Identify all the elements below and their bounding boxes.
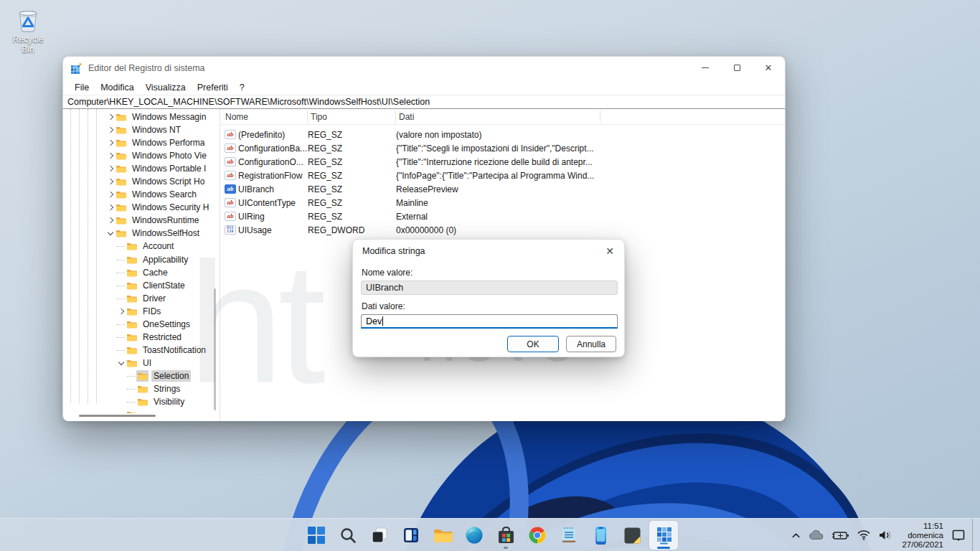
taskbar-file-explorer-icon[interactable]: [428, 521, 457, 550]
value-data-input[interactable]: Dev: [361, 314, 618, 329]
taskbar-notepad-icon[interactable]: [555, 521, 583, 550]
tree-item-windows-nt[interactable]: Windows NT: [63, 123, 220, 136]
chevron-right-icon[interactable]: [105, 176, 116, 187]
tree-item-windows-security-h[interactable]: Windows Security H: [63, 201, 220, 214]
tree-item-onesettings[interactable]: OneSettings: [63, 318, 220, 331]
chevron-right-icon[interactable]: [105, 164, 116, 174]
chevron-down-icon[interactable]: [105, 228, 116, 238]
taskbar-edge-icon[interactable]: [460, 521, 489, 550]
chevron-right-icon[interactable]: [105, 215, 116, 225]
folder-icon: [116, 151, 126, 160]
chevron-down-icon[interactable]: [116, 358, 126, 368]
taskbar-clock[interactable]: 11:51 domenica 27/06/2021: [902, 522, 943, 550]
value-data-text: Dev: [366, 316, 382, 326]
value-row-configurationo[interactable]: abConfigurationO...REG_SZ{"Title":"Inter…: [220, 155, 785, 169]
ok-button[interactable]: OK: [507, 336, 559, 352]
battery-icon[interactable]: [828, 521, 853, 550]
menu-item-visualizza[interactable]: Visualizza: [140, 83, 192, 93]
tree-item-windowsruntime[interactable]: WindowsRuntime: [63, 214, 220, 227]
taskbar-task-view-icon[interactable]: [365, 521, 394, 550]
volume-icon[interactable]: [875, 521, 896, 550]
menu-item-modifica[interactable]: Modifica: [95, 83, 140, 93]
tree-item-item[interactable]: [63, 408, 220, 413]
chevron-right-icon[interactable]: [116, 306, 126, 316]
column-divider[interactable]: [600, 110, 600, 123]
folder-icon: [126, 333, 137, 342]
value-row-configurationba[interactable]: abConfigurationBa...REG_SZ{"Title":"Sceg…: [220, 141, 785, 155]
show-desktop-button[interactable]: [972, 519, 976, 551]
value-name-text: UIBranch: [366, 283, 403, 293]
value-row-registrationflow[interactable]: abRegistrationFlowREG_SZ{"InfoPage":{"Ti…: [220, 169, 785, 182]
folder-icon: [116, 190, 126, 199]
tree-vertical-scrollbar[interactable]: [214, 288, 216, 410]
column-header-dati[interactable]: Dati: [399, 112, 414, 122]
tree-item-windows-photo-vie[interactable]: Windows Photo Vie: [63, 149, 220, 162]
value-type: REG_SZ: [308, 143, 396, 154]
column-header-tipo[interactable]: Tipo: [311, 112, 327, 122]
hidden-icons-chevron-icon[interactable]: [787, 521, 805, 550]
taskbar-chrome-icon[interactable]: [523, 521, 552, 550]
column-header-nome[interactable]: Nome: [225, 112, 248, 122]
tree-item-windowsselfhost[interactable]: WindowsSelfHost: [63, 227, 220, 240]
chevron-right-icon[interactable]: [105, 151, 116, 161]
tree-item-label: Account: [141, 240, 176, 252]
tree-item-toastnotification[interactable]: ToastNotification: [63, 344, 220, 357]
taskbar-widgets-icon[interactable]: [397, 521, 425, 550]
tree-item-restricted[interactable]: Restricted: [63, 331, 220, 344]
minimize-button[interactable]: [689, 57, 721, 79]
menu-item-file[interactable]: File: [69, 83, 95, 93]
taskbar-notes-icon[interactable]: [618, 521, 646, 550]
tree-item-windows-messagin[interactable]: Windows Messagin: [63, 110, 220, 123]
values-header: Nome Tipo Dati: [220, 109, 785, 125]
tree-item-windows-search[interactable]: Windows Search: [63, 188, 220, 201]
notification-chat-icon[interactable]: [948, 521, 969, 550]
tree-item-applicability[interactable]: Applicability: [63, 253, 220, 266]
tree-item-strings[interactable]: Strings: [63, 382, 220, 395]
tree-item-fids[interactable]: FIDs: [63, 305, 220, 318]
chevron-right-icon[interactable]: [105, 125, 116, 135]
tree-item-clientstate[interactable]: ClientState: [63, 279, 220, 292]
tree-item-windows-portable-i[interactable]: Windows Portable I: [63, 162, 220, 175]
tree-item-windows-script-ho[interactable]: Windows Script Ho: [63, 175, 220, 188]
folder-icon: [116, 138, 126, 147]
recycle-bin-desktop-icon[interactable]: Recycle Bin: [6, 7, 50, 55]
address-bar[interactable]: Computer\HKEY_LOCAL_MACHINE\SOFTWARE\Mic…: [63, 95, 785, 109]
taskbar-regedit-icon[interactable]: [649, 521, 678, 550]
chevron-right-icon[interactable]: [105, 138, 116, 148]
column-divider[interactable]: [395, 110, 396, 123]
tree-item-visibility[interactable]: Visibility: [63, 395, 220, 408]
value-data: ReleasePreview: [396, 184, 785, 194]
tree-item-account[interactable]: Account: [63, 240, 220, 253]
title-bar[interactable]: Editor del Registro di sistema ✕: [63, 57, 785, 80]
tree-item-driver[interactable]: Driver: [63, 292, 220, 305]
value-row-uicontenttype[interactable]: abUIContentTypeREG_SZMainline: [220, 196, 785, 209]
menu-item-help[interactable]: ?: [234, 83, 250, 93]
value-type: REG_SZ: [308, 184, 396, 194]
cancel-button[interactable]: Annulla: [566, 336, 616, 352]
tree-item-selection[interactable]: Selection: [63, 369, 220, 382]
dialog-close-icon[interactable]: ✕: [601, 242, 618, 260]
tree-item-ui[interactable]: UI: [63, 357, 220, 369]
tree-item-cache[interactable]: Cache: [63, 266, 220, 279]
taskbar-store-icon[interactable]: [491, 521, 520, 550]
value-row-uiusage[interactable]: 011110UIUsageREG_DWORD0x00000000 (0): [220, 223, 785, 237]
taskbar-start-icon[interactable]: [302, 521, 331, 550]
value-row-uiring[interactable]: abUIRingREG_SZExternal: [220, 209, 785, 223]
menu-item-preferiti[interactable]: Preferiti: [192, 83, 234, 93]
column-divider[interactable]: [307, 110, 308, 123]
maximize-button[interactable]: [721, 57, 753, 79]
value-row-uibranch[interactable]: abUIBranchREG_SZReleasePreview: [220, 182, 785, 196]
close-button[interactable]: ✕: [753, 57, 784, 79]
value-data: External: [396, 212, 785, 222]
chevron-right-icon[interactable]: [105, 189, 116, 199]
taskbar-search-icon[interactable]: [334, 521, 362, 550]
value-row-predefinito[interactable]: ab(Predefinito)REG_SZ(valore non imposta…: [220, 128, 785, 141]
tree-item-windows-performa[interactable]: Windows Performa: [63, 136, 220, 149]
chevron-right-icon[interactable]: [105, 202, 116, 212]
taskbar-phone-icon[interactable]: [586, 521, 615, 550]
folder-icon: [126, 410, 137, 413]
chevron-right-icon[interactable]: [105, 112, 116, 122]
wifi-icon[interactable]: [853, 521, 875, 550]
onedrive-cloud-icon[interactable]: [805, 521, 828, 550]
tree-horizontal-scrollbar[interactable]: [79, 415, 156, 417]
